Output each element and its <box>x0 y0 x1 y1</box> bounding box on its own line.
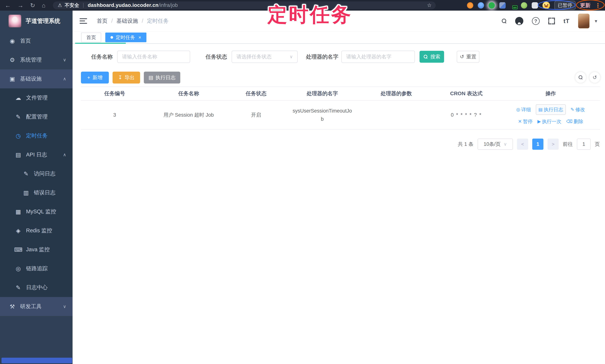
sidebar-item-redis-monitor[interactable]: ◈ Redis 监控 <box>0 221 73 240</box>
font-size-icon[interactable]: tT <box>564 18 569 25</box>
task-name-label: 任务名称 <box>91 51 113 63</box>
next-page-button[interactable]: > <box>548 139 559 150</box>
browser-menu-icon[interactable]: ⋮ <box>595 2 601 9</box>
add-button[interactable]: + 新增 <box>81 72 109 83</box>
forward-icon[interactable]: → <box>17 2 24 8</box>
prev-page-button[interactable]: < <box>517 139 528 150</box>
clock-icon: ◷ <box>14 132 22 139</box>
log-icon: ▤ <box>148 75 153 80</box>
breadcrumb-home[interactable]: 首页 <box>97 17 107 25</box>
chevron-down-icon[interactable]: ▾ <box>595 18 597 24</box>
chevron-up-icon: ∧ <box>63 76 66 81</box>
sidebar-collapse-icon[interactable] <box>80 18 87 24</box>
breadcrumb-separator: / <box>111 18 113 24</box>
action-pause[interactable]: ✕暂停 <box>518 117 533 126</box>
reset-button-label: 重置 <box>466 53 476 60</box>
sidebar-item-java-monitor[interactable]: ⌨ Java 监控 <box>0 240 73 259</box>
url-bar[interactable]: ⚠ 不安全 dashboard.yudao.iocoder.cn/infra/j… <box>53 1 436 9</box>
extension-icon-green-check[interactable] <box>488 2 495 9</box>
fullscreen-icon[interactable] <box>548 18 555 24</box>
toggle-search-button[interactable] <box>575 72 586 83</box>
back-icon[interactable]: ← <box>5 2 11 8</box>
extension-icon-list[interactable]: on <box>510 2 516 9</box>
search-icon[interactable] <box>502 19 507 24</box>
handler-name-input[interactable] <box>341 51 415 63</box>
browser-update-button[interactable]: 更新 <box>580 2 591 9</box>
eye-icon: ◎ <box>14 265 22 272</box>
help-icon[interactable]: ? <box>532 17 540 25</box>
edit-icon: ✎ <box>14 284 22 291</box>
url-path: /infra/job <box>158 2 178 8</box>
cell-task-name: 用户 Session 超时 Job <box>148 111 229 119</box>
task-name-input[interactable] <box>117 51 190 63</box>
sidebar: 芋道管理系统 ◉ 首页 ⚙ 系统管理 ∨ ▣ 基础设施 ∧ ☁ 文件管理 ✎ 配… <box>0 11 73 364</box>
extension-icon-blue[interactable] <box>478 2 484 9</box>
cell-task-status: 开启 <box>229 111 283 119</box>
reset-button[interactable]: ↺ 重置 <box>457 51 479 63</box>
goto-page-input[interactable] <box>577 139 591 150</box>
exec-log-button[interactable]: ▤ 执行日志 <box>144 72 180 83</box>
close-icon[interactable]: × <box>138 35 141 40</box>
sidebar-item-log-center[interactable]: ✎ 日志中心 <box>0 278 73 297</box>
search-button-label: 搜索 <box>430 53 440 60</box>
tab-home[interactable]: 首页 <box>81 33 101 42</box>
sidebar-item-access-logs[interactable]: ✎ 访问日志 <box>0 164 73 183</box>
action-run-once[interactable]: ▶执行一次 <box>538 117 561 126</box>
sidebar-item-label: 定时任务 <box>26 132 48 140</box>
action-exec-log[interactable]: ▤执行日志 <box>536 104 566 115</box>
pagination: 共 1 条 10条/页 ∨ < 1 > 前往 页 <box>458 139 600 150</box>
extension-icon-orange[interactable] <box>467 2 473 9</box>
pause-icon: ✕ <box>518 117 522 126</box>
github-icon[interactable] <box>515 17 523 25</box>
search-icon <box>424 55 428 59</box>
sidebar-item-error-logs[interactable]: ▥ 错误日志 <box>0 183 73 202</box>
action-detail[interactable]: ◎详细 <box>516 105 531 114</box>
sidebar-item-file-mgmt[interactable]: ☁ 文件管理 <box>0 88 73 107</box>
action-modify[interactable]: ✎修改 <box>571 105 585 114</box>
sidebar-item-scheduled-tasks[interactable]: ◷ 定时任务 <box>0 126 73 145</box>
sidebar-item-api-logs[interactable]: ▤ API 日志 ∧ <box>0 145 73 164</box>
sidebar-item-mysql-monitor[interactable]: ▦ MySQL 监控 <box>0 202 73 221</box>
app-logo-row[interactable]: 芋道管理系统 <box>0 11 73 31</box>
browser-toolbar-right: on 已暂停 更新 ⋮ <box>467 0 602 11</box>
col-handler-name: 处理器的名字 <box>283 90 361 97</box>
extension-icon-grid[interactable] <box>499 2 506 9</box>
database-icon: ▦ <box>14 208 22 215</box>
sidebar-item-config-mgmt[interactable]: ✎ 配置管理 <box>0 107 73 126</box>
tools-icon: ⚒ <box>8 303 16 310</box>
action-delete[interactable]: ⌫删除 <box>566 117 583 126</box>
chevron-down-icon: ∨ <box>289 54 293 59</box>
edit-icon: ✎ <box>14 114 22 120</box>
url-separator <box>83 3 83 8</box>
tab-scheduled-tasks[interactable]: 定时任务 × <box>105 33 146 42</box>
home-icon[interactable]: ⌂ <box>42 2 45 8</box>
sidebar-item-system-mgmt[interactable]: ⚙ 系统管理 ∨ <box>0 51 73 69</box>
sidebar-item-infrastructure[interactable]: ▣ 基础设施 ∧ <box>0 69 73 88</box>
export-button[interactable]: ↧ 导出 <box>113 72 140 83</box>
refresh-button[interactable]: ↺ <box>589 72 600 83</box>
page-size-select[interactable]: 10条/页 ∨ <box>478 139 513 150</box>
select-placeholder: 请选择任务状态 <box>237 53 272 60</box>
avatar[interactable] <box>578 13 590 28</box>
search-button[interactable]: 搜索 <box>420 51 444 63</box>
extension-icon-leaf[interactable] <box>521 2 527 9</box>
sidebar-item-label: Redis 监控 <box>26 227 52 234</box>
exec-log-button-label: 执行日志 <box>156 74 176 81</box>
profile-avatar-emoji[interactable] <box>542 2 550 9</box>
sidebar-item-dev-tools[interactable]: ⚒ 研发工具 ∨ <box>0 297 73 316</box>
sidebar-item-label: MySQL 监控 <box>26 208 56 215</box>
breadcrumb-infrastructure[interactable]: 基础设施 <box>117 17 138 25</box>
gear-icon: ⚙ <box>8 57 16 64</box>
sidebar-item-label: 系统管理 <box>20 56 42 64</box>
reload-icon[interactable]: ↻ <box>30 2 35 8</box>
extensions-puzzle-icon[interactable] <box>532 2 538 9</box>
sidebar-item-home[interactable]: ◉ 首页 <box>0 31 73 51</box>
add-button-label: 新增 <box>92 74 103 81</box>
sidebar-item-tracing[interactable]: ◎ 链路追踪 <box>0 259 73 278</box>
current-page-button[interactable]: 1 <box>532 139 543 150</box>
task-status-select[interactable]: 请选择任务状态 ∨ <box>232 51 298 63</box>
sidebar-item-label: 配置管理 <box>26 113 48 120</box>
search-icon <box>579 75 583 79</box>
security-label[interactable]: 不安全 <box>65 2 79 9</box>
bookmark-star-icon[interactable]: ☆ <box>427 2 432 8</box>
